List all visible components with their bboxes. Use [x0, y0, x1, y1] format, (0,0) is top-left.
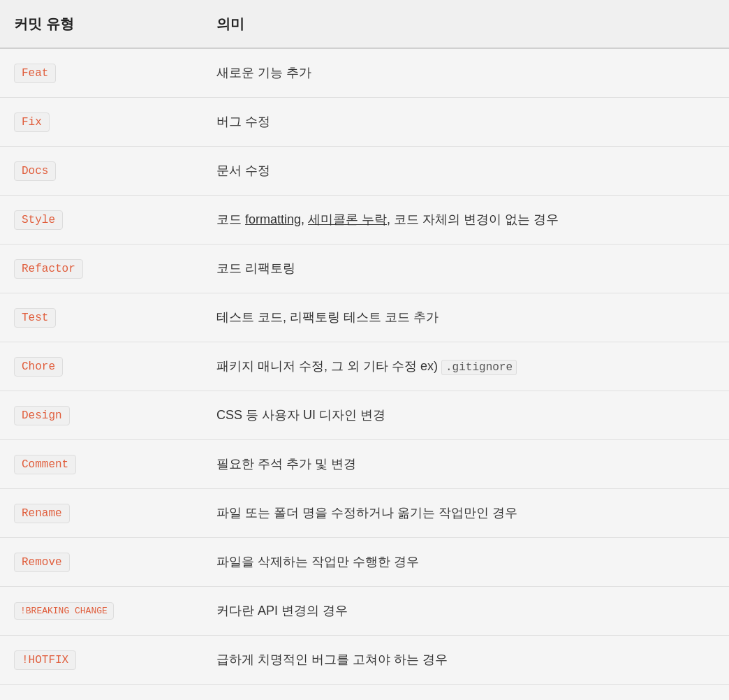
commit-type-badge: !BREAKING CHANGE — [14, 602, 114, 620]
commit-type-badge: Remove — [14, 553, 70, 572]
type-cell: Fix — [0, 103, 202, 142]
meaning-cell: 커다란 API 변경의 경우 — [202, 592, 729, 630]
meaning-cell: 새로운 기능 추가 — [202, 54, 729, 92]
table-row: Feat새로운 기능 추가 — [0, 49, 729, 98]
commit-type-badge: Chore — [14, 357, 63, 377]
type-cell: Rename — [0, 494, 202, 533]
table-row: Chore패키지 매니저 수정, 그 외 기타 수정 ex) .gitignor… — [0, 342, 729, 391]
type-cell: Chore — [0, 347, 202, 386]
commit-type-badge: !HOTFIX — [14, 650, 76, 670]
table-row: Fix버그 수정 — [0, 98, 729, 147]
meaning-cell: CSS 등 사용자 UI 디자인 변경 — [202, 396, 729, 435]
meaning-cell: 패키지 매니저 수정, 그 외 기타 수정 ex) .gitignore — [202, 347, 729, 386]
header-type: 커밋 유형 — [0, 5, 202, 43]
meaning-cell: 파일 또는 폴더 명을 수정하거나 옮기는 작업만인 경우 — [202, 494, 729, 532]
type-cell: Docs — [0, 152, 202, 191]
table-body: Feat새로운 기능 추가Fix버그 수정Docs문서 수정Style코드 fo… — [0, 49, 729, 685]
type-cell: Remove — [0, 543, 202, 582]
type-cell: Comment — [0, 445, 202, 484]
meaning-cell: 급하게 치명적인 버그를 고쳐야 하는 경우 — [202, 641, 729, 679]
meaning-cell: 문서 수정 — [202, 152, 729, 190]
table-row: Docs문서 수정 — [0, 147, 729, 196]
type-cell: Refactor — [0, 249, 202, 289]
table-row: Refactor코드 리팩토링 — [0, 245, 729, 293]
meaning-cell: 테스트 코드, 리팩토링 테스트 코드 추가 — [202, 298, 729, 337]
commit-type-badge: Feat — [14, 64, 56, 83]
type-cell: !HOTFIX — [0, 641, 202, 680]
table-header: 커밋 유형 의미 — [0, 0, 729, 49]
type-cell: Style — [0, 200, 202, 240]
header-meaning-label: 의미 — [216, 16, 244, 31]
meaning-cell: 코드 리팩토링 — [202, 249, 729, 288]
commit-type-badge: Test — [14, 308, 56, 328]
commit-type-badge: Style — [14, 210, 63, 230]
table-row: Test테스트 코드, 리팩토링 테스트 코드 추가 — [0, 293, 729, 342]
commit-type-table: 커밋 유형 의미 Feat새로운 기능 추가Fix버그 수정Docs문서 수정S… — [0, 0, 729, 685]
table-row: Remove파일을 삭제하는 작업만 수행한 경우 — [0, 538, 729, 587]
commit-type-badge: Design — [14, 406, 70, 425]
meaning-cell: 파일을 삭제하는 작업만 수행한 경우 — [202, 543, 729, 581]
meaning-cell: 버그 수정 — [202, 103, 729, 141]
table-row: Rename파일 또는 폴더 명을 수정하거나 옮기는 작업만인 경우 — [0, 489, 729, 538]
header-meaning: 의미 — [202, 3, 729, 44]
table-row: !BREAKING CHANGE커다란 API 변경의 경우 — [0, 587, 729, 636]
table-row: DesignCSS 등 사용자 UI 디자인 변경 — [0, 391, 729, 440]
commit-type-badge: Docs — [14, 161, 56, 181]
gitignore-code: .gitignore — [441, 360, 517, 375]
table-row: Comment필요한 주석 추가 및 변경 — [0, 440, 729, 489]
commit-type-badge: Refactor — [14, 259, 83, 279]
type-cell: Test — [0, 298, 202, 337]
table-row: !HOTFIX급하게 치명적인 버그를 고쳐야 하는 경우 — [0, 636, 729, 685]
table-row: Style코드 formatting, 세미콜론 누락, 코드 자체의 변경이 … — [0, 196, 729, 245]
header-type-label: 커밋 유형 — [14, 15, 74, 34]
type-cell: Design — [0, 396, 202, 435]
type-cell: !BREAKING CHANGE — [0, 592, 202, 629]
commit-type-badge: Fix — [14, 112, 50, 132]
type-cell: Feat — [0, 54, 202, 93]
commit-type-badge: Comment — [14, 455, 76, 474]
meaning-cell: 코드 formatting, 세미콜론 누락, 코드 자체의 변경이 없는 경우 — [202, 200, 729, 239]
commit-type-badge: Rename — [14, 504, 70, 523]
meaning-cell: 필요한 주석 추가 및 변경 — [202, 445, 729, 483]
